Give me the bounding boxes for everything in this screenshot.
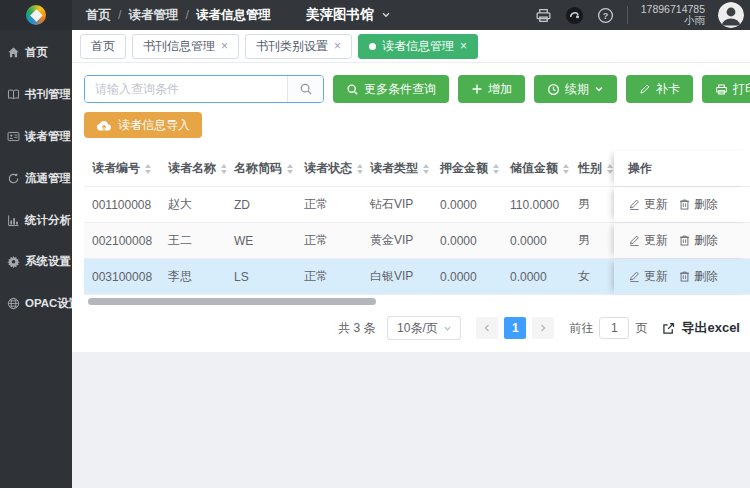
sidebar-item-settings[interactable]: 系统设置 bbox=[0, 241, 72, 283]
close-icon[interactable]: × bbox=[221, 40, 228, 52]
tab-label: 读者信息管理 bbox=[382, 38, 454, 55]
tab-home[interactable]: 首页 bbox=[80, 34, 126, 59]
toolbar: 更多条件查询 增加 续期 补卡 bbox=[84, 75, 750, 103]
main-area: 首页 书刊信息管理 × 书刊类别设置 × 读者信息管理 × bbox=[72, 30, 750, 488]
search-icon bbox=[299, 82, 313, 96]
print-button[interactable]: 打印 bbox=[702, 75, 750, 103]
col-reader-no[interactable]: 读者编号 bbox=[84, 151, 160, 186]
tab-label: 书刊类别设置 bbox=[256, 38, 328, 55]
cell-type: 钻石VIP bbox=[362, 187, 432, 222]
delete-button[interactable]: 删除 bbox=[678, 232, 718, 249]
sort-icon[interactable] bbox=[287, 164, 293, 174]
chevron-right-icon bbox=[538, 323, 548, 333]
close-icon[interactable]: × bbox=[334, 40, 341, 52]
renew-label: 续期 bbox=[565, 81, 589, 98]
sort-icon[interactable] bbox=[145, 164, 151, 174]
cell-stored-value: 110.0000 bbox=[502, 187, 570, 222]
reader-import-button[interactable]: 读者信息导入 bbox=[84, 112, 202, 138]
chevron-down-icon bbox=[594, 84, 604, 94]
sort-icon[interactable] bbox=[607, 164, 613, 174]
update-button[interactable]: 更新 bbox=[628, 196, 668, 213]
sidebar-item-circulation[interactable]: 流通管理 bbox=[0, 157, 72, 199]
scrollbar-thumb[interactable] bbox=[88, 298, 376, 305]
sidebar-item-books[interactable]: 书刊管理 bbox=[0, 74, 72, 116]
sidebar-item-statistics[interactable]: 统计分析 bbox=[0, 199, 72, 241]
cell-short-code: LS bbox=[226, 259, 296, 294]
avatar[interactable] bbox=[718, 2, 744, 28]
tab-reader-info-active[interactable]: 读者信息管理 × bbox=[358, 34, 478, 59]
breadcrumb-reader-mgmt[interactable]: 读者管理 bbox=[128, 7, 178, 24]
sort-icon[interactable] bbox=[563, 164, 569, 174]
sidebar-item-home[interactable]: 首页 bbox=[0, 32, 72, 74]
sort-icon[interactable] bbox=[423, 164, 429, 174]
goto-page-input[interactable] bbox=[599, 317, 629, 339]
import-row: 读者信息导入 bbox=[84, 112, 750, 138]
pagination: 共 3 条 10条/页 1 前往 页 bbox=[84, 316, 750, 340]
topbar-divider bbox=[627, 6, 628, 24]
col-status[interactable]: 读者状态 bbox=[296, 151, 362, 186]
sidebar-item-opac[interactable]: OPAC设置 bbox=[0, 283, 72, 325]
active-dot-icon bbox=[369, 43, 376, 50]
cell-actions: 更新 删除 bbox=[614, 187, 750, 222]
topbar: 首页 / 读者管理 / 读者信息管理 美萍图书馆 ? 17896714785 小… bbox=[0, 0, 750, 30]
print-icon[interactable] bbox=[535, 7, 552, 24]
empty-area bbox=[72, 352, 750, 488]
delete-button[interactable]: 删除 bbox=[678, 268, 718, 285]
export-icon bbox=[661, 321, 676, 336]
more-query-button[interactable]: 更多条件查询 bbox=[333, 75, 449, 103]
sidebar-item-label: 书刊管理 bbox=[25, 87, 71, 102]
export-excel-button[interactable]: 导出excel bbox=[661, 319, 740, 337]
delete-button[interactable]: 删除 bbox=[678, 196, 718, 213]
sidebar-item-label: 流通管理 bbox=[25, 171, 71, 186]
prev-page-button[interactable] bbox=[476, 317, 498, 339]
cell-stored-value: 0.0000 bbox=[502, 223, 570, 258]
close-icon[interactable]: × bbox=[460, 40, 467, 52]
tabbar: 首页 书刊信息管理 × 书刊类别设置 × 读者信息管理 × bbox=[72, 30, 750, 63]
next-page-button[interactable] bbox=[532, 317, 554, 339]
update-button[interactable]: 更新 bbox=[628, 268, 668, 285]
tab-book-category[interactable]: 书刊类别设置 × bbox=[245, 34, 352, 59]
table-header-row: 读者编号 读者名称 名称简码 读者状态 读者类型 押金金额 储值金额 性别 操作 bbox=[84, 151, 750, 187]
cell-status: 正常 bbox=[296, 223, 362, 258]
col-short-code[interactable]: 名称简码 bbox=[226, 151, 296, 186]
page-size-select[interactable]: 10条/页 bbox=[387, 316, 461, 340]
page-number-current[interactable]: 1 bbox=[504, 317, 526, 339]
pencil-icon bbox=[628, 234, 641, 247]
library-selector[interactable]: 美萍图书馆 bbox=[306, 0, 391, 30]
circulation-icon bbox=[7, 172, 20, 185]
reissue-card-button[interactable]: 补卡 bbox=[626, 75, 693, 103]
col-deposit[interactable]: 押金金额 bbox=[432, 151, 502, 186]
cell-gender: 男 bbox=[570, 187, 614, 222]
print-label: 打印 bbox=[733, 81, 750, 98]
cell-actions: 更新 删除 bbox=[614, 259, 750, 294]
col-reader-name[interactable]: 读者名称 bbox=[160, 151, 226, 186]
support-icon[interactable] bbox=[565, 6, 584, 25]
library-name: 美萍图书馆 bbox=[306, 6, 374, 24]
breadcrumb-separator: / bbox=[118, 8, 121, 22]
renew-button[interactable]: 续期 bbox=[534, 75, 617, 103]
reader-card-icon bbox=[7, 130, 20, 143]
cell-actions: 更新 删除 bbox=[614, 223, 750, 258]
tab-book-info[interactable]: 书刊信息管理 × bbox=[132, 34, 239, 59]
col-stored-value[interactable]: 储值金额 bbox=[502, 151, 570, 186]
sidebar: 首页 书刊管理 读者管理 流通管理 统计分析 系统设置 bbox=[0, 30, 72, 488]
help-icon[interactable]: ? bbox=[597, 7, 614, 24]
col-actions: 操作 bbox=[614, 151, 750, 186]
update-button[interactable]: 更新 bbox=[628, 232, 668, 249]
trash-icon bbox=[678, 234, 691, 247]
add-button[interactable]: 增加 bbox=[458, 75, 525, 103]
cell-deposit: 0.0000 bbox=[432, 223, 502, 258]
sidebar-item-readers[interactable]: 读者管理 bbox=[0, 116, 72, 158]
svg-text:?: ? bbox=[603, 10, 608, 20]
cell-reader-no: 003100008 bbox=[84, 259, 160, 294]
col-type[interactable]: 读者类型 bbox=[362, 151, 432, 186]
breadcrumb-home[interactable]: 首页 bbox=[86, 7, 111, 24]
table-row[interactable]: 001100008 赵大 ZD 正常 钻石VIP 0.0000 110.0000… bbox=[84, 187, 750, 223]
col-gender[interactable]: 性别 bbox=[570, 151, 614, 186]
table-row-selected[interactable]: 003100008 李思 LS 正常 白银VIP 0.0000 0.0000 女… bbox=[84, 259, 750, 295]
sort-icon[interactable] bbox=[493, 164, 499, 174]
search-button[interactable] bbox=[287, 76, 323, 102]
breadcrumb-separator: / bbox=[185, 8, 188, 22]
search-input[interactable] bbox=[85, 76, 287, 102]
table-row[interactable]: 002100008 王二 WE 正常 黄金VIP 0.0000 0.0000 男… bbox=[84, 223, 750, 259]
